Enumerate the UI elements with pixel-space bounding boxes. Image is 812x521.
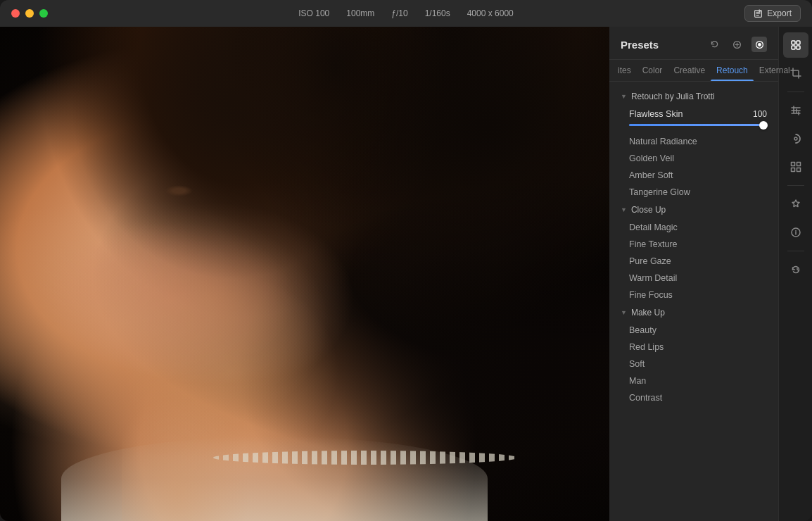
toolbar-info[interactable] [783, 220, 808, 245]
eye-left [165, 185, 193, 196]
panel-header-icons [706, 37, 767, 52]
toolbar-masking[interactable] [783, 126, 808, 151]
chevron-icon-3: ▼ [621, 309, 627, 316]
photo-canvas[interactable] [0, 27, 609, 521]
presets-list[interactable]: ▼ Retouch by Julia Trotti Flawless Skin … [609, 82, 778, 521]
focal-length: 100mm [346, 8, 374, 18]
svg-rect-9 [797, 163, 800, 166]
active-view-icon[interactable] [751, 37, 767, 52]
toolbar-divider-1 [787, 92, 804, 92]
photo-background [0, 27, 609, 521]
svg-rect-3 [792, 41, 795, 44]
shutter-speed: 1/160s [425, 8, 450, 18]
tab-color[interactable]: Color [637, 60, 668, 81]
presets-tabs: ites Color Creative Retouch External [609, 60, 778, 82]
toolbar-history[interactable] [783, 257, 808, 282]
photo-meta: ISO 100 100mm ƒ/10 1/160s 4000 x 6000 [298, 8, 514, 18]
dimensions: 4000 x 6000 [467, 8, 514, 18]
panel-header: Presets [609, 27, 778, 60]
panel-title: Presets [621, 39, 659, 51]
export-label: Export [767, 8, 792, 18]
svg-rect-11 [797, 168, 800, 172]
maximize-button[interactable] [39, 9, 48, 18]
export-button[interactable]: Export [744, 5, 801, 22]
presets-panel: Presets [609, 27, 778, 521]
add-preset-icon[interactable] [729, 37, 744, 52]
preset-fine-focus[interactable]: Fine Focus [609, 287, 778, 303]
close-button[interactable] [11, 9, 20, 18]
svg-rect-8 [791, 163, 794, 166]
preset-natural-radiance[interactable]: Natural Radiance [609, 133, 778, 150]
section-retouch-julia[interactable]: ▼ Retouch by Julia Trotti [609, 87, 778, 106]
toolbar-divider-2 [787, 185, 804, 186]
tab-external[interactable]: External [754, 60, 796, 81]
minimize-button[interactable] [25, 9, 34, 18]
flawless-skin-slider-row [609, 123, 778, 133]
flawless-skin-slider[interactable] [629, 124, 767, 126]
svg-rect-10 [791, 168, 794, 172]
preset-beauty[interactable]: Beauty [609, 322, 778, 339]
iso-value: ISO 100 [298, 8, 329, 18]
preset-flawless-skin[interactable]: Flawless Skin 100 [609, 106, 778, 123]
preset-pure-gaze[interactable]: Pure Gaze [609, 253, 778, 270]
svg-rect-5 [792, 46, 795, 49]
app-window: ISO 100 100mm ƒ/10 1/160s 4000 x 6000 Ex… [0, 0, 812, 521]
main-area: Presets [0, 27, 812, 521]
toolbar-adjustments[interactable] [783, 98, 808, 123]
tab-creative[interactable]: Creative [668, 60, 711, 81]
preset-soft[interactable]: Soft [609, 356, 778, 372]
toolbar-grid[interactable] [783, 154, 808, 180]
preset-amber-soft[interactable]: Amber Soft [609, 167, 778, 184]
toolbar-divider-3 [787, 251, 804, 251]
preset-man[interactable]: Man [609, 372, 778, 389]
section-make-up[interactable]: ▼ Make Up [609, 303, 778, 322]
toolbar-ai[interactable] [783, 192, 808, 217]
chevron-icon-2: ▼ [621, 206, 627, 213]
aperture-value: ƒ/10 [391, 8, 407, 18]
window-controls [11, 9, 48, 18]
preset-tangerine-glow[interactable]: Tangerine Glow [609, 184, 778, 201]
preset-red-lips[interactable]: Red Lips [609, 339, 778, 356]
svg-point-7 [794, 137, 797, 140]
undo-icon[interactable] [706, 37, 722, 52]
preset-fine-texture[interactable]: Fine Texture [609, 236, 778, 253]
preset-detail-magic[interactable]: Detail Magic [609, 219, 778, 236]
tab-retouch[interactable]: Retouch [711, 60, 754, 81]
preset-warm-detail[interactable]: Warm Detail [609, 270, 778, 287]
section-close-up[interactable]: ▼ Close Up [609, 201, 778, 219]
preset-contrast[interactable]: Contrast [609, 389, 778, 406]
slider-thumb[interactable] [759, 121, 768, 130]
svg-rect-4 [797, 41, 800, 44]
toolbar-presets[interactable] [783, 32, 808, 58]
chevron-icon: ▼ [621, 93, 627, 100]
title-bar: ISO 100 100mm ƒ/10 1/160s 4000 x 6000 Ex… [0, 0, 812, 27]
tab-favorites[interactable]: ites [612, 60, 637, 81]
export-icon [754, 9, 763, 18]
hand-area [122, 380, 262, 521]
svg-rect-6 [797, 46, 800, 49]
right-toolbar [778, 27, 812, 521]
preset-golden-veil[interactable]: Golden Veil [609, 150, 778, 167]
slider-fill [629, 124, 767, 126]
